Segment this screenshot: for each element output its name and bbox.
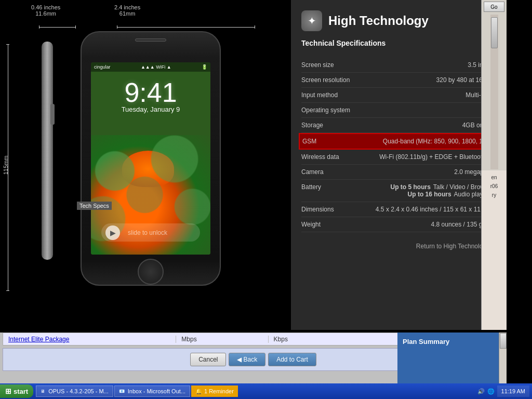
table-cell-mbps: Mbps: [176, 336, 268, 343]
spec-label: Storage: [301, 122, 364, 129]
spec-row-screen-size: Screen size 3.5 inches: [301, 58, 496, 73]
phone-display-section: 0.46 inches 11.6mm 2.4 inches 61mm 115mm: [0, 0, 291, 330]
spec-label: Screen size: [301, 61, 364, 69]
bottom-scroll-thumb[interactable]: [500, 333, 507, 349]
dim-top-left: 0.46 inches 11.6mm: [31, 4, 60, 17]
spec-value: OS X: [364, 107, 496, 114]
reminder-button[interactable]: 🔔 1 Reminder: [191, 385, 238, 397]
tech-specs-badge[interactable]: Tech Specs: [77, 202, 112, 210]
taskbar-items: 🖥 OPUS - 4.3.2-205 - M... 📧 Inbox - Micr…: [36, 385, 477, 397]
cancel-button[interactable]: Cancel: [190, 353, 226, 366]
spec-label: Battery: [301, 183, 364, 191]
spec-label: Input method: [301, 91, 364, 99]
taskbar-item-opus[interactable]: 🖥 OPUS - 4.3.2-205 - M...: [36, 385, 113, 397]
battery-details: Up to 5 hours Talk / Video / Browsing Up…: [390, 183, 496, 198]
spec-label: Camera: [301, 168, 364, 176]
battery-hours-2: Up to 16 hours: [408, 191, 451, 198]
spec-label: Dimensions: [301, 206, 364, 213]
spec-row-dimensions: Dimensions 4.5 x 2.4 x 0.46 inches / 115…: [301, 202, 496, 217]
spec-value: Quad-band (MHz: 850, 900, 1800, 1900): [365, 138, 495, 145]
nav-item-r06[interactable]: r06: [484, 182, 504, 191]
spec-row-gsm: GSM Quad-band (MHz: 850, 900, 1800, 1900…: [299, 133, 499, 150]
network-icon: 🌐: [487, 388, 495, 395]
right-panel-nav: en r06 ry: [482, 170, 507, 330]
start-button[interactable]: ⊞ start: [0, 384, 33, 398]
spec-row-storage: Storage 4GB or 8GB: [301, 118, 496, 133]
outlook-icon: 📧: [119, 389, 125, 394]
phone-time: 9:41: [91, 77, 210, 108]
spec-label: GSM: [302, 138, 365, 145]
dim-side: 115mm: [3, 155, 9, 175]
add-to-cart-button[interactable]: Add to Cart: [268, 353, 316, 366]
scrollbar-track[interactable]: [490, 15, 498, 169]
spec-row-camera: Camera 2.0 megapixels: [301, 165, 496, 180]
spec-value: Multi-touch: [364, 91, 496, 99]
spec-value: 320 by 480 at 160 ppi: [364, 76, 496, 84]
taskbar-clock: 11:19 AM: [497, 385, 529, 397]
go-button[interactable]: Go: [484, 2, 504, 12]
return-link[interactable]: Return to High Technology ▶: [301, 243, 496, 250]
spec-value: 2.0 megapixels: [364, 168, 496, 176]
phone-date: Tuesday, January 9: [91, 105, 210, 113]
speaker-icon: 🔊: [477, 388, 485, 395]
table-cell-package[interactable]: Internet Elite Package: [3, 336, 176, 343]
battery-hours-1: Up to 5 hours: [390, 183, 430, 191]
taskbar: ⊞ start 🖥 OPUS - 4.3.2-205 - M... 📧 Inbo…: [0, 383, 532, 399]
windows-logo-icon: ⊞: [5, 387, 11, 395]
specs-subtitle: Technical Specifications: [301, 39, 496, 50]
spec-row-resolution: Screen resolution 320 by 480 at 160 ppi: [301, 73, 496, 88]
specs-section: ✦ High Technology Technical Specificatio…: [291, 0, 507, 330]
scrollbar-thumb[interactable]: [491, 17, 498, 48]
phone-side-view: [42, 42, 53, 260]
specs-header: ✦ High Technology: [301, 10, 496, 31]
spec-row-wireless: Wireless data Wi-Fi (802.11b/g) + EDGE +…: [301, 150, 496, 165]
bell-icon: 🔔: [195, 388, 203, 395]
unlock-text: slide to unlock: [128, 229, 167, 236]
nav-item-ry[interactable]: ry: [484, 191, 504, 200]
spec-row-weight: Weight 4.8 ounces / 135 grams: [301, 217, 496, 232]
phone-front-view: cingular ▲▲▲ WiFi ▲ 🔋 9:41 Tuesday, Janu…: [81, 31, 221, 286]
plan-summary-label: Plan Summary: [403, 338, 449, 345]
taskbar-right: 🔊 🌐 11:19 AM: [477, 385, 532, 397]
spec-value: 3.5 inches: [364, 61, 496, 69]
back-button[interactable]: ◀ Back: [229, 353, 265, 366]
spec-row-os: Operating system OS X: [301, 103, 496, 118]
spec-label: Wireless data: [301, 153, 364, 161]
back-arrow-icon: ◀: [237, 356, 242, 363]
nav-item-en[interactable]: en: [484, 173, 504, 182]
spec-value: 4GB or 8GB: [364, 122, 496, 129]
spec-row-battery: Battery Up to 5 hours Talk / Video / Bro…: [301, 180, 496, 202]
spec-value: Wi-Fi (802.11b/g) + EDGE + Bluetooth 2.0: [364, 153, 496, 161]
table-cell-kbps: Kbps: [268, 336, 360, 343]
app-title: High Technology: [328, 14, 429, 28]
spec-value: 4.5 x 2.4 x 0.46 inches / 115 x 61 x 11.…: [364, 206, 496, 213]
opus-icon: 🖥: [41, 389, 45, 394]
spec-label: Screen resolution: [301, 76, 364, 84]
right-scrollbar-panel: Go en r06 ry: [481, 0, 507, 330]
app-icon: ✦: [301, 10, 322, 31]
spec-value: 4.8 ounces / 135 grams: [364, 221, 496, 228]
taskbar-item-outlook[interactable]: 📧 Inbox - Microsoft Out...: [114, 385, 190, 397]
carrier-label: cingular: [94, 64, 111, 70]
right-panel-buttons: Go: [482, 0, 507, 14]
spec-row-input: Input method Multi-touch: [301, 88, 496, 103]
spec-label: Weight: [301, 221, 364, 228]
dim-top-right: 2.4 inches 61mm: [114, 4, 140, 17]
spec-label: Operating system: [301, 107, 364, 114]
